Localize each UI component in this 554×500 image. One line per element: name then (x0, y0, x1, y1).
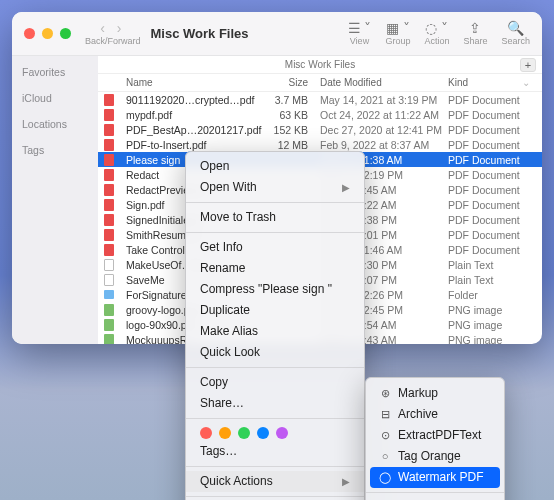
menu-open[interactable]: Open (186, 156, 364, 177)
menu-quick-actions[interactable]: Quick Actions▶ (186, 471, 364, 492)
file-kind: Folder (442, 289, 542, 301)
file-kind: PDF Document (442, 124, 542, 136)
nav-label: Back/Forward (85, 36, 141, 46)
sidebar-item-favorites[interactable]: Favorites (22, 66, 88, 78)
sidebar-item-tags[interactable]: Tags (22, 144, 88, 156)
tag-green-icon[interactable] (238, 427, 250, 439)
menu-make-alias[interactable]: Make Alias (186, 321, 364, 342)
file-kind: PDF Document (442, 199, 542, 211)
tag-purple-icon[interactable] (276, 427, 288, 439)
file-icon (98, 244, 120, 256)
sidebar: Favorites iCloud Locations Tags (12, 56, 98, 344)
menu-open-with[interactable]: Open With▶ (186, 177, 364, 198)
col-name[interactable]: Name (120, 77, 260, 88)
file-kind: PDF Document (442, 169, 542, 181)
toolbar-group[interactable]: ▦ ˅ Group (385, 21, 410, 46)
menu-trash[interactable]: Move to Trash (186, 207, 364, 228)
file-name: 9011192020…crypted…pdf (120, 94, 260, 106)
chevron-right-icon: ▶ (342, 473, 350, 490)
file-kind: PNG image (442, 334, 542, 345)
sidebar-item-icloud[interactable]: iCloud (22, 92, 88, 104)
qa-extract[interactable]: ⊙ExtractPDFText (366, 425, 504, 446)
quick-actions-submenu: ⊛Markup ⊟Archive ⊙ExtractPDFText ○Tag Or… (365, 377, 505, 500)
file-date: May 14, 2021 at 3:19 PM (314, 94, 442, 106)
menu-tags[interactable]: Tags… (186, 441, 364, 462)
file-size: 12 MB (260, 139, 314, 151)
menu-quick-look[interactable]: Quick Look (186, 342, 364, 363)
menu-tag-colors[interactable] (186, 423, 364, 441)
column-headers: Name Size Date Modified Kind⌄ (98, 74, 542, 92)
file-date: Feb 9, 2022 at 8:37 AM (314, 139, 442, 151)
col-kind[interactable]: Kind⌄ (442, 77, 542, 88)
table-row[interactable]: PDF-to-Insert.pdf12 MBFeb 9, 2022 at 8:3… (98, 137, 542, 152)
toolbar-share[interactable]: ⇪ Share (463, 21, 487, 46)
markup-icon: ⊛ (378, 385, 392, 402)
menu-copy[interactable]: Copy (186, 372, 364, 393)
file-icon (98, 259, 120, 271)
list-view-icon: ☰ ˅ (348, 21, 372, 35)
watermark-icon: ◯ (378, 469, 392, 486)
qa-tag-orange[interactable]: ○Tag Orange (366, 446, 504, 467)
path-bar: Misc Work Files + (98, 56, 542, 74)
close-icon[interactable] (24, 28, 35, 39)
file-icon (98, 334, 120, 345)
file-icon (98, 139, 120, 151)
tag-icon: ○ (378, 448, 392, 465)
extract-icon: ⊙ (378, 427, 392, 444)
file-icon (98, 199, 120, 211)
col-size[interactable]: Size (260, 77, 314, 88)
table-row[interactable]: mypdf.pdf63 KBOct 24, 2022 at 11:22 AMPD… (98, 107, 542, 122)
toolbar-view[interactable]: ☰ ˅ View (348, 21, 372, 46)
menu-get-info[interactable]: Get Info (186, 237, 364, 258)
add-button[interactable]: + (520, 58, 536, 72)
menu-share[interactable]: Share… (186, 393, 364, 414)
sidebar-item-locations[interactable]: Locations (22, 118, 88, 130)
file-icon (98, 169, 120, 181)
file-icon (98, 124, 120, 136)
col-date[interactable]: Date Modified (314, 77, 442, 88)
file-kind: PDF Document (442, 109, 542, 121)
file-icon (98, 109, 120, 121)
path-text: Misc Work Files (285, 59, 355, 70)
file-size: 152 KB (260, 124, 314, 136)
table-row[interactable]: PDF_BestAp…20201217.pdf152 KBDec 27, 202… (98, 122, 542, 137)
menu-compress[interactable]: Compress "Please sign " (186, 279, 364, 300)
file-name: mypdf.pdf (120, 109, 260, 121)
qa-archive[interactable]: ⊟Archive (366, 404, 504, 425)
file-icon (98, 290, 120, 299)
zoom-icon[interactable] (60, 28, 71, 39)
file-kind: PDF Document (442, 184, 542, 196)
titlebar: ‹ › Back/Forward Misc Work Files ☰ ˅ Vie… (12, 12, 542, 56)
file-icon (98, 184, 120, 196)
file-kind: PDF Document (442, 229, 542, 241)
menu-duplicate[interactable]: Duplicate (186, 300, 364, 321)
file-kind: PDF Document (442, 154, 542, 166)
file-icon (98, 154, 120, 166)
tag-red-icon[interactable] (200, 427, 212, 439)
menu-rename[interactable]: Rename (186, 258, 364, 279)
file-kind: PDF Document (442, 94, 542, 106)
file-icon (98, 304, 120, 316)
window-title: Misc Work Files (151, 26, 249, 41)
minimize-icon[interactable] (42, 28, 53, 39)
archive-icon: ⊟ (378, 406, 392, 423)
file-icon (98, 274, 120, 286)
file-icon (98, 319, 120, 331)
window-controls (24, 28, 71, 39)
file-kind: Plain Text (442, 274, 542, 286)
chevron-left-right-icon: ‹ › (100, 21, 125, 35)
qa-watermark[interactable]: ◯Watermark PDF (370, 467, 500, 488)
toolbar-action[interactable]: ◌ ˅ Action (424, 21, 449, 46)
file-kind: PNG image (442, 319, 542, 331)
table-row[interactable]: 9011192020…crypted…pdf3.7 MBMay 14, 2021… (98, 92, 542, 107)
chevron-right-icon: ▶ (342, 179, 350, 196)
nav-back-forward[interactable]: ‹ › Back/Forward (85, 21, 141, 46)
qa-markup[interactable]: ⊛Markup (366, 383, 504, 404)
tag-orange-icon[interactable] (219, 427, 231, 439)
file-date: Oct 24, 2022 at 11:22 AM (314, 109, 442, 121)
share-icon: ⇪ (469, 21, 481, 35)
file-name: PDF-to-Insert.pdf (120, 139, 260, 151)
tag-blue-icon[interactable] (257, 427, 269, 439)
file-icon (98, 229, 120, 241)
toolbar-search[interactable]: 🔍 Search (501, 21, 530, 46)
